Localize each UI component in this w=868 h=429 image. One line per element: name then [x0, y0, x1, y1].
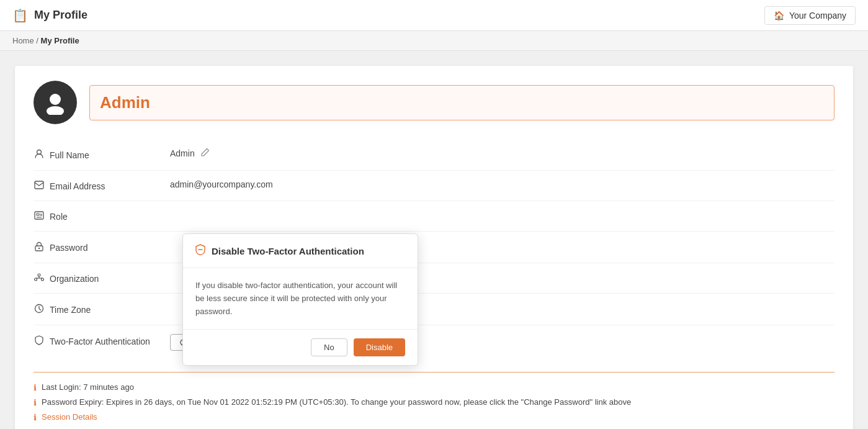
password-label: Password	[34, 240, 170, 254]
popup-body: If you disable two-factor authentication…	[183, 268, 418, 329]
timezone-label-text: Time Zone	[50, 305, 91, 315]
profile-card: Admin Full Name Admin	[15, 66, 853, 429]
session-details-link[interactable]: Session Details	[42, 412, 97, 422]
popup-title: Disable Two-Factor Authentication	[212, 246, 364, 256]
top-header: 📋 My Profile 🏠 Your Company	[0, 0, 868, 31]
svg-point-13	[42, 278, 44, 281]
organization-row: Organization	[34, 263, 834, 294]
email-label-text: Email Address	[50, 181, 105, 191]
profile-name-box: Admin	[89, 85, 834, 120]
password-row: Password	[34, 232, 834, 263]
edit-fullname-icon[interactable]	[201, 148, 210, 158]
timezone-row: Time Zone	[34, 294, 834, 325]
info-icon-login: ℹ	[34, 383, 37, 392]
popup-no-button[interactable]: No	[311, 338, 347, 356]
popup-header: Disable Two-Factor Authentication	[183, 234, 418, 268]
avatar	[34, 81, 77, 124]
email-label: Email Address	[34, 179, 170, 192]
svg-rect-5	[37, 214, 39, 215]
company-badge[interactable]: 🏠 Your Company	[764, 6, 856, 25]
full-name-value: Admin	[170, 148, 834, 158]
timezone-label: Time Zone	[34, 302, 170, 316]
role-label: Role	[34, 210, 170, 222]
svg-point-1	[47, 106, 64, 115]
info-bar: ℹ Last Login: 7 minutes ago ℹ Password E…	[34, 372, 834, 422]
profile-header: Admin	[34, 81, 834, 124]
password-expiry-line: ℹ Password Expiry: Expires in 26 days, o…	[34, 397, 834, 407]
org-icon	[34, 273, 45, 284]
clock-icon	[34, 304, 45, 316]
envelope-icon	[34, 181, 45, 192]
profile-fields: Full Name Admin	[34, 139, 834, 359]
popup-footer: No Disable	[183, 329, 418, 365]
last-login-line: ℹ Last Login: 7 minutes ago	[34, 382, 834, 392]
email-text: admin@yourcompany.com	[170, 179, 273, 189]
profile-username: Admin	[100, 93, 150, 112]
popup-body-text: If you disable two-factor authentication…	[195, 281, 397, 316]
role-row: Role	[34, 201, 834, 232]
full-name-row: Full Name Admin	[34, 139, 834, 171]
id-card-icon	[34, 211, 45, 222]
email-value: admin@yourcompany.com	[170, 179, 834, 189]
svg-point-12	[35, 278, 37, 281]
person-icon	[34, 149, 45, 161]
info-icon-session: ℹ	[34, 413, 37, 422]
full-name-text: Admin	[170, 148, 195, 158]
email-row: Email Address admin@yourcompany.com	[34, 171, 834, 201]
page-title: My Profile	[34, 9, 87, 22]
svg-point-10	[38, 248, 40, 249]
tfa-label-text: Two-Factor Authentication	[50, 336, 150, 346]
breadcrumb-home[interactable]: Home	[12, 36, 34, 45]
password-label-text: Password	[50, 243, 87, 253]
role-label-text: Role	[50, 212, 68, 222]
organization-label: Organization	[34, 272, 170, 284]
lock-icon	[34, 242, 45, 254]
main-content: Admin Full Name Admin	[0, 51, 868, 429]
popup-disable-button[interactable]: Disable	[354, 338, 405, 356]
full-name-label-text: Full Name	[50, 150, 89, 160]
popup-shield-icon	[195, 244, 205, 258]
page-title-section: 📋 My Profile	[12, 8, 87, 23]
svg-point-11	[38, 274, 40, 276]
breadcrumb-current: My Profile	[41, 36, 79, 45]
shield-icon	[34, 335, 45, 348]
full-name-label: Full Name	[34, 148, 170, 161]
home-icon: 🏠	[774, 11, 784, 20]
password-expiry-text: Password Expiry: Expires in 26 days, on …	[42, 397, 631, 407]
svg-rect-3	[35, 181, 43, 189]
breadcrumb: Home / My Profile	[0, 31, 868, 51]
company-label: Your Company	[789, 11, 846, 20]
session-details-line: ℹ Session Details	[34, 412, 834, 422]
svg-point-0	[50, 94, 61, 105]
breadcrumb-separator: /	[36, 36, 40, 45]
last-login-text: Last Login: 7 minutes ago	[42, 382, 134, 392]
organization-label-text: Organization	[50, 274, 99, 284]
tfa-row: Two-Factor Authentication Reset	[34, 325, 834, 359]
info-icon-expiry: ℹ	[34, 398, 37, 407]
tfa-label: Two-Factor Authentication	[34, 334, 170, 348]
page-icon: 📋	[12, 8, 28, 23]
disable-tfa-popup: Disable Two-Factor Authentication If you…	[182, 233, 418, 366]
